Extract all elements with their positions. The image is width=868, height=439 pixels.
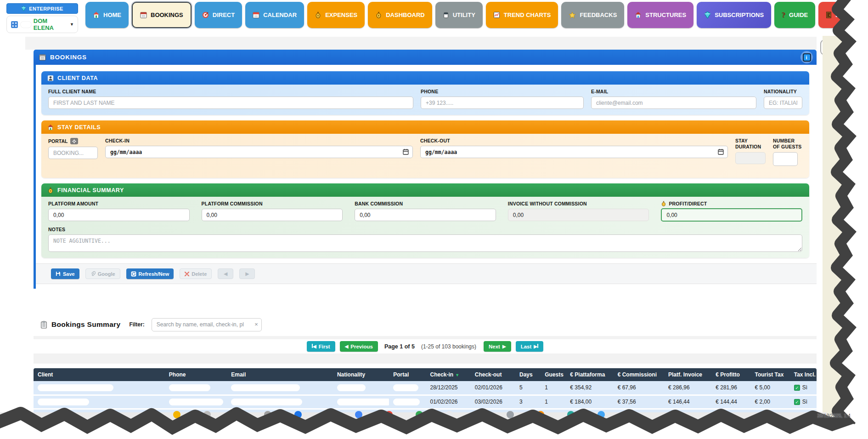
bank-commission-input[interactable] [355, 209, 496, 221]
tab-guide[interactable]: ? GUIDE [774, 2, 815, 28]
previous-page-icon: ◀ [345, 344, 349, 349]
next-page-button[interactable]: Next ▶ [484, 341, 511, 352]
full-client-name-field-group: FULL CLIENT NAME [48, 89, 413, 109]
property-selector[interactable]: DOM ELENA ▼ [6, 16, 78, 33]
clear-filter-icon[interactable]: × [254, 321, 258, 328]
column-header-profitto[interactable]: € Profitto [711, 368, 750, 381]
column-header-check-out[interactable]: Check-out [471, 368, 515, 381]
table-cell: 14 [515, 409, 541, 422]
filter-search-input[interactable] [152, 318, 262, 331]
edit-circle-button[interactable] [850, 39, 868, 58]
column-header-client[interactable]: Client [34, 368, 165, 381]
tab-calendar[interactable]: CALENDAR [245, 2, 304, 28]
redaction-blob [337, 399, 389, 405]
building-icon [11, 21, 18, 29]
tab-trend-charts[interactable]: TREND CHARTS [486, 2, 558, 28]
tab-dashboard[interactable]: DASHBOARD [368, 2, 432, 28]
date-picker-icon[interactable] [718, 148, 724, 155]
previous-page-button[interactable]: ◀ Previous [340, 341, 378, 352]
full-client-name-input[interactable] [48, 97, 413, 109]
stay-duration-input [735, 152, 766, 164]
table-row[interactable]: 01/02/202603/02/202631€ 184,00€ 37,56€ 1… [34, 395, 817, 409]
tab-feedbacks[interactable]: FEEDBACKS [561, 2, 624, 28]
pencil-icon [854, 46, 858, 51]
page-indicator: Page 1 of 5 [384, 343, 415, 350]
portal-input[interactable] [48, 147, 98, 159]
email-input[interactable] [591, 97, 756, 109]
previous-record-button[interactable]: ◀ [218, 268, 233, 279]
stay-duration-field-group: STAY DURATION [735, 138, 766, 164]
column-header-email[interactable]: Email [227, 368, 333, 381]
column-header-guests[interactable]: Guests [541, 368, 566, 381]
table-cell: 5 [515, 381, 541, 395]
tab-bookings[interactable]: BOOKINGS [132, 2, 192, 28]
enterprise-button[interactable]: ENTERPRISE [6, 3, 78, 14]
star-icon [569, 11, 576, 19]
column-header-commissioni[interactable]: € Commissioni [614, 368, 664, 381]
table-row[interactable]: 28/12/202502/01/202651€ 354,92€ 67,96€ 2… [34, 381, 817, 395]
table-cell [165, 409, 227, 422]
redaction-blob [38, 412, 84, 419]
next-record-button[interactable]: ▶ [239, 268, 255, 279]
tab-exit[interactable]: EXIT [818, 2, 856, 28]
date-picker-icon[interactable] [403, 148, 409, 155]
column-header-platf-invoice[interactable]: Platf. Invoice [664, 368, 711, 381]
column-header-tax-incl[interactable]: Tax Incl. [790, 368, 817, 381]
guests-label: NUMBER OF GUESTS [773, 138, 802, 150]
save-button[interactable]: Save [51, 268, 79, 279]
redaction-blob [169, 399, 223, 405]
tab-expenses[interactable]: EXPENSES [307, 2, 365, 28]
table-cell: 3 [515, 395, 541, 409]
check-in-label: CHECK-IN [105, 138, 413, 143]
column-header-piattaforma[interactable]: € Piattaforma [566, 368, 613, 381]
tab-utility[interactable]: UTILITY [435, 2, 483, 28]
tab-home[interactable]: HOME [85, 2, 129, 28]
language-code: GB [825, 44, 834, 51]
table-cell: 15/02/2026 [426, 409, 470, 422]
main-nav: HOME BOOKINGS DIRECT CALENDAR EXPENSES D… [85, 2, 856, 28]
tab-direct[interactable]: DIRECT [195, 2, 242, 28]
column-header-nationality[interactable]: Nationality [333, 368, 389, 381]
delete-button[interactable]: Delete [180, 268, 212, 279]
platform-commission-label: PLATFORM COMMISSION [202, 201, 343, 206]
info-button[interactable]: i [800, 51, 813, 63]
phone-input[interactable] [421, 97, 584, 109]
refresh-new-button[interactable]: Refresh/New [126, 268, 174, 279]
tab-structures[interactable]: STRUCTURES [627, 2, 693, 28]
chevron-down-icon: ▼ [70, 22, 74, 27]
table-cell: 28/12/2025 [426, 381, 470, 395]
first-page-button[interactable]: ◀ First [307, 341, 335, 352]
check-out-input[interactable] [420, 146, 728, 158]
guests-input[interactable] [773, 152, 798, 166]
column-header-tourist-tax[interactable]: Tourist Tax [751, 368, 790, 381]
gear-badge[interactable] [70, 138, 78, 144]
platform-commission-input[interactable] [202, 209, 343, 221]
column-header-phone[interactable]: Phone [165, 368, 227, 381]
client-data-header: CLIENT DATA [41, 71, 809, 85]
toolbar-strip [25, 37, 817, 50]
google-button[interactable]: Google [85, 268, 120, 279]
check-in-input[interactable] [105, 146, 413, 158]
bookings-summary-section: Bookings Summary Filter: × ◀ First ◀ Pre… [34, 317, 817, 423]
profit-direct-input[interactable] [661, 208, 802, 222]
financial-summary-card: FINANCIAL SUMMARY PLATFORM AMOUNT PLATFO… [41, 183, 809, 258]
table-cell [165, 395, 227, 409]
gear-icon [72, 139, 76, 143]
nationality-input[interactable] [764, 97, 802, 109]
tab-subscriptions[interactable]: SUBSCRIPTIONS [697, 2, 771, 28]
language-selector[interactable]: GB ▼ [820, 40, 845, 55]
column-header-check-in[interactable]: Check-in▼ [426, 368, 470, 381]
table-cell: € 286,96 [664, 381, 711, 395]
column-header-portal[interactable]: Portal [389, 368, 426, 381]
table-cell: € 146,44 [664, 395, 711, 409]
table-cell [165, 381, 227, 395]
column-header-days[interactable]: Days [515, 368, 541, 381]
platform-amount-input[interactable] [48, 209, 190, 221]
platform-amount-label: PLATFORM AMOUNT [48, 201, 190, 206]
notes-textarea[interactable] [48, 234, 802, 252]
table-row[interactable]: CANADESE15/02/202601/03/2026141€ 1.141,0… [34, 409, 817, 422]
table-cell: € 144,44 [711, 395, 750, 409]
table-cell: 01/02/2026 [426, 395, 470, 409]
platform-commission-field-group: PLATFORM COMMISSION [202, 201, 343, 221]
last-page-button[interactable]: Last ▶ [516, 341, 543, 352]
